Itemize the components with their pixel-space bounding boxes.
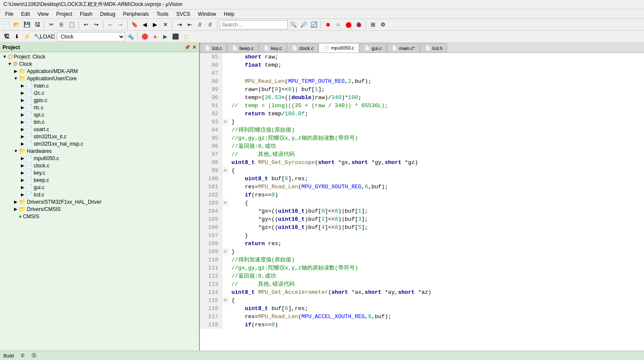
stop2-btn[interactable]: ⬛ <box>171 32 180 41</box>
record-btn[interactable]: ⏺ <box>323 20 333 29</box>
menu-item-peripherals[interactable]: Peripherals <box>120 10 152 18</box>
tree-mpu6050[interactable]: ▶📄mpu6050.c <box>0 155 199 162</box>
menu-item-debug[interactable]: Debug <box>97 10 119 18</box>
menu-item-file[interactable]: File <box>2 10 17 18</box>
close-panel-icon[interactable]: ✕ <box>192 44 196 50</box>
window-btn[interactable]: ⊞ <box>368 20 378 29</box>
drv-cmsis-expand[interactable]: ▶ <box>13 207 19 211</box>
lcd-expand[interactable]: ▶ <box>20 192 26 197</box>
tree-beep-c[interactable]: ▶📄beep.c <box>0 176 199 184</box>
uncomment-btn[interactable]: // <box>205 20 215 29</box>
spi-expand[interactable]: ▶ <box>20 112 26 117</box>
cut-btn[interactable]: ✂ <box>47 20 56 29</box>
tree-stm32-hal[interactable]: ▶📄stm32f1xx_hal_msp.c <box>0 140 199 147</box>
root-expand-icon[interactable]: ▼ <box>2 54 8 59</box>
tree-app-user[interactable]: ▼ 📁 Application/User/Core <box>0 75 199 82</box>
config-btn[interactable]: ⬡ <box>181 32 190 41</box>
tree-main-c[interactable]: ▶📄main.c <box>0 82 199 89</box>
manage-btn[interactable]: 🔩 <box>126 32 135 41</box>
menu-item-help[interactable]: Help <box>220 10 238 18</box>
stop-btn[interactable]: ⬤ <box>344 20 353 29</box>
fold-cell-93[interactable]: ⊟ <box>222 118 229 126</box>
tree-gui-c[interactable]: ▶📄gui.c <box>0 184 199 191</box>
gpio-expand[interactable]: ▶ <box>20 98 26 102</box>
settings-btn[interactable]: ⚙ <box>378 20 388 29</box>
clockc-expand[interactable]: ▶ <box>20 163 26 168</box>
run-btn[interactable]: ▶ <box>161 32 170 41</box>
beep-expand[interactable]: ▶ <box>20 178 26 182</box>
play-btn[interactable]: ○ <box>334 20 343 29</box>
search-input[interactable] <box>220 20 288 29</box>
tree-gpio-c[interactable]: ▶📄gpio.c <box>0 97 199 104</box>
menu-item-svcs[interactable]: SVCS <box>173 10 194 18</box>
tree-drivers-hal[interactable]: ▶ 📁 Drivers/STM32F1xx_HAL_Driver <box>0 198 199 205</box>
stm32-it-expand[interactable]: ▶ <box>20 134 26 139</box>
tree-clock-c[interactable]: ▶📄clock.c <box>0 162 199 169</box>
replace-btn[interactable]: 🔄 <box>309 20 319 29</box>
download-btn[interactable]: ⬇ <box>12 32 21 41</box>
fold-cell-115[interactable]: ⊟ <box>222 296 229 304</box>
next-bookmark-btn[interactable]: ▶ <box>150 20 160 29</box>
prev-bookmark-btn[interactable]: ◀ <box>140 20 149 29</box>
clock-expand-icon[interactable]: ▼ <box>7 61 13 66</box>
tree-drivers-cmsis[interactable]: ▶ 📁 Drivers/CMSIS <box>0 205 199 213</box>
key-expand[interactable]: ▶ <box>20 170 26 175</box>
menu-item-view[interactable]: View <box>34 10 52 18</box>
tree-usart-c[interactable]: ▶📄usart.c <box>0 126 199 133</box>
i2c-expand[interactable]: ▶ <box>20 91 26 95</box>
bookmark-btn[interactable]: 🔖 <box>130 20 139 29</box>
tab-clockc[interactable]: 📄clock.c <box>287 43 319 53</box>
rtc-expand[interactable]: ▶ <box>20 105 26 110</box>
drv-hal-expand[interactable]: ▶ <box>13 199 19 204</box>
stm32-hal-expand[interactable]: ▶ <box>20 141 26 146</box>
find-btn[interactable]: 🔎 <box>299 20 308 29</box>
usart-expand[interactable]: ▶ <box>20 127 26 132</box>
mpu-expand[interactable]: ▶ <box>20 156 26 161</box>
nav-fwd-btn[interactable]: → <box>116 20 125 29</box>
debug-btn[interactable]: 🐞 <box>354 20 363 29</box>
tree-root[interactable]: ▼ ⬡ Project: Clock <box>0 53 199 60</box>
undo-btn[interactable]: ↩ <box>81 20 91 29</box>
tab-mpu6050c[interactable]: 📄mpu6050.c <box>319 43 359 53</box>
tim-expand[interactable]: ▶ <box>20 120 26 124</box>
clear-bookmark-btn[interactable]: ✕ <box>161 20 170 29</box>
tab-keyc[interactable]: 📄key.c <box>259 43 287 53</box>
tree-app-mdk[interactable]: ▶ 📁 Application/MDK-ARM <box>0 67 199 75</box>
find-in-files-btn[interactable]: 🔍 <box>289 20 298 29</box>
menu-item-tools[interactable]: Tools <box>153 10 172 18</box>
app-user-expand[interactable]: ▼ <box>13 76 19 81</box>
new-file-btn[interactable]: 📄 <box>2 20 11 29</box>
tree-hardwares[interactable]: ▼ 📁 Hardwares <box>0 147 199 155</box>
open-btn[interactable]: 📂 <box>12 20 21 29</box>
tab-beepc[interactable]: 📄beep.c <box>227 43 258 53</box>
tree-tim-c[interactable]: ▶📄tim.c <box>0 118 199 126</box>
gui-expand[interactable]: ▶ <box>20 185 26 190</box>
translate2-btn[interactable]: 🔺 <box>150 32 160 41</box>
code-editor[interactable]: 85 short raw;86 float temp;87 88 MPU_Rea… <box>200 53 644 351</box>
tree-rtc-c[interactable]: ▶📄rtc.c <box>0 104 199 111</box>
tab-mainc[interactable]: 📄main.c* <box>387 43 420 53</box>
tree-clock[interactable]: ▼ ⚙ Clock <box>0 60 199 67</box>
flash-btn[interactable]: ⚡ <box>22 32 32 41</box>
tree-cmsis[interactable]: ♦ CMSIS <box>0 213 199 220</box>
fold-cell-109[interactable]: ⊟ <box>222 248 229 256</box>
pin-icon[interactable]: 📌 <box>184 44 190 50</box>
menu-item-edit[interactable]: Edit <box>18 10 33 18</box>
paste-btn[interactable]: 📋 <box>67 20 76 29</box>
tab-lcdc[interactable]: 📄lcd.c <box>200 43 227 53</box>
hw-expand[interactable]: ▼ <box>13 149 19 153</box>
unindent-btn[interactable]: ⇤ <box>185 20 194 29</box>
app-mdk-expand[interactable]: ▶ <box>13 69 19 73</box>
tree-spi-c[interactable]: ▶📄spi.c <box>0 111 199 118</box>
save-all-btn[interactable]: 🖫 <box>32 20 42 29</box>
redo-btn[interactable]: ↪ <box>91 20 101 29</box>
tab-lcdh[interactable]: 📄lcd.h <box>420 43 447 53</box>
fold-cell-103[interactable]: ⊟ <box>222 199 229 207</box>
main-expand[interactable]: ▶ <box>20 83 26 88</box>
tree-lcd-c[interactable]: ▶📄lcd.c <box>0 191 199 198</box>
translate-btn[interactable]: 🔴 <box>140 32 149 41</box>
save-btn[interactable]: 💾 <box>22 20 32 29</box>
indent-btn[interactable]: ⇥ <box>175 20 184 29</box>
menu-item-window[interactable]: Window <box>194 10 220 18</box>
tree-stm32-it[interactable]: ▶📄stm32f1xx_it.c <box>0 133 199 140</box>
